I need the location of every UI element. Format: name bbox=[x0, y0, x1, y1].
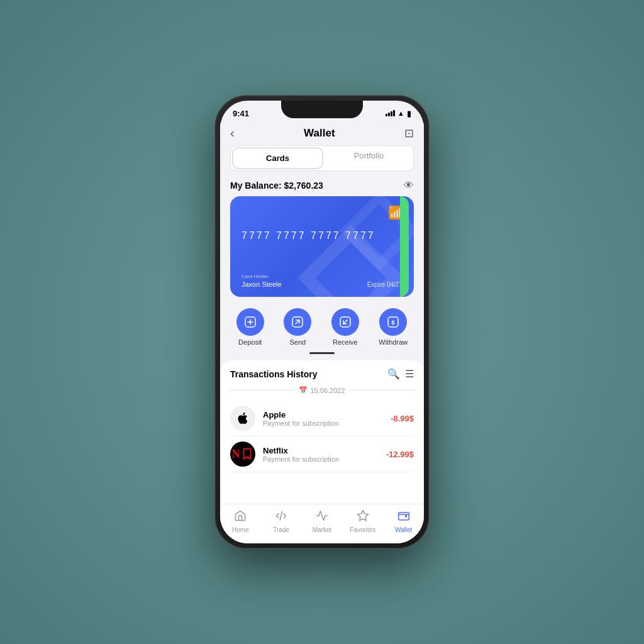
balance-row: My Balance: $2,760.23 👁 bbox=[220, 177, 424, 196]
transaction-info: Netflix Payment for subscription bbox=[263, 446, 379, 463]
date-line-left bbox=[230, 390, 294, 391]
trade-icon bbox=[275, 509, 287, 525]
status-time: 9:41 bbox=[233, 109, 249, 118]
notch bbox=[281, 101, 363, 118]
date-line-right bbox=[350, 390, 414, 391]
svg-line-6 bbox=[343, 320, 347, 324]
withdraw-label: Withdraw bbox=[379, 338, 408, 346]
nav-home-label: Home bbox=[232, 526, 249, 533]
back-button[interactable]: ‹ bbox=[230, 126, 235, 140]
wallet-icon bbox=[397, 509, 410, 525]
date-label: 📅 15.06.2022 bbox=[299, 386, 345, 394]
deposit-icon bbox=[236, 308, 264, 336]
withdraw-button[interactable]: $ Withdraw bbox=[379, 308, 408, 346]
bottom-nav: Home Trade Market bbox=[220, 504, 424, 543]
send-button[interactable]: Send bbox=[284, 308, 311, 346]
card-holder-label: Card Holder bbox=[242, 274, 282, 279]
transaction-name: Netflix bbox=[263, 446, 379, 455]
date-separator: 📅 15.06.2022 bbox=[230, 386, 414, 394]
send-icon bbox=[284, 308, 311, 336]
receive-label: Receive bbox=[333, 338, 358, 346]
deposit-button[interactable]: Deposit bbox=[236, 308, 264, 346]
receive-button[interactable]: Receive bbox=[331, 308, 359, 346]
tab-portfolio[interactable]: Portfolio bbox=[325, 146, 413, 170]
phone-screen: 9:41 ▲ ▮ ‹ Wallet ⊡ Car bbox=[220, 101, 424, 543]
scan-icon[interactable]: ⊡ bbox=[404, 126, 414, 140]
transaction-info: Apple Payment for subscription bbox=[263, 410, 383, 427]
nav-favorites[interactable]: Favorites bbox=[342, 509, 383, 533]
date-value: 15.06.2022 bbox=[310, 387, 345, 394]
transaction-desc: Payment for subscription bbox=[263, 419, 383, 427]
page-title: Wallet bbox=[304, 127, 335, 140]
card-holder-name: Jaxon Steele bbox=[242, 280, 282, 288]
wifi-icon: ▲ bbox=[397, 109, 404, 117]
nav-wallet-label: Wallet bbox=[395, 526, 412, 533]
withdraw-icon: $ bbox=[379, 308, 407, 336]
nav-home[interactable]: Home bbox=[220, 509, 261, 533]
card-peek bbox=[400, 196, 409, 297]
nav-favorites-label: Favorites bbox=[350, 526, 375, 533]
card-container: 📶 7777 7777 7777 7777 Card Holder Jaxon … bbox=[220, 196, 424, 297]
card-holder-info: Card Holder Jaxon Steele bbox=[242, 274, 282, 288]
home-icon bbox=[234, 509, 247, 525]
card-expire: Expire 04/27 bbox=[367, 281, 402, 288]
svg-rect-10 bbox=[398, 513, 409, 520]
credit-card[interactable]: 📶 7777 7777 7777 7777 Card Holder Jaxon … bbox=[230, 196, 414, 297]
app-header: ‹ Wallet ⊡ bbox=[220, 123, 424, 145]
search-icon[interactable]: 🔍 bbox=[387, 368, 400, 380]
tab-cards[interactable]: Cards bbox=[232, 147, 323, 169]
nav-market-label: Market bbox=[313, 526, 332, 533]
market-icon bbox=[316, 509, 328, 525]
phone-frame: 9:41 ▲ ▮ ‹ Wallet ⊡ Car bbox=[215, 96, 429, 548]
receive-icon bbox=[331, 308, 359, 336]
calendar-icon: 📅 bbox=[299, 386, 308, 394]
favorites-icon bbox=[357, 509, 369, 525]
nav-trade[interactable]: Trade bbox=[261, 509, 302, 533]
transaction-name: Apple bbox=[263, 410, 383, 419]
filter-icon[interactable]: ☰ bbox=[405, 368, 414, 380]
send-label: Send bbox=[289, 338, 306, 346]
balance-amount: My Balance: $2,760.23 bbox=[230, 180, 323, 191]
battery-icon: ▮ bbox=[407, 109, 411, 118]
status-icons: ▲ ▮ bbox=[386, 109, 411, 118]
nav-trade-label: Trade bbox=[273, 526, 289, 533]
transaction-item[interactable]: Apple Payment for subscription -8.99$ bbox=[230, 401, 414, 436]
svg-line-4 bbox=[296, 320, 299, 324]
transactions-title: Transactions History bbox=[230, 369, 318, 379]
transaction-desc: Payment for subscription bbox=[263, 455, 379, 463]
action-buttons: Deposit Send bbox=[220, 306, 424, 352]
signal-icon bbox=[386, 110, 395, 116]
apple-logo bbox=[230, 406, 255, 431]
svg-text:$: $ bbox=[392, 319, 395, 326]
screen-content: ‹ Wallet ⊡ Cards Portfolio My Balance: $… bbox=[220, 123, 424, 543]
nav-market[interactable]: Market bbox=[302, 509, 343, 533]
tab-bar: Cards Portfolio bbox=[230, 145, 414, 171]
transactions-actions: 🔍 ☰ bbox=[387, 368, 414, 380]
transactions-panel: Transactions History 🔍 ☰ 📅 15.06.2022 bbox=[220, 360, 424, 504]
scroll-indicator bbox=[309, 352, 335, 354]
transaction-amount: -12.99$ bbox=[386, 450, 414, 459]
card-footer: Card Holder Jaxon Steele Expire 04/27 bbox=[242, 274, 402, 288]
nav-wallet[interactable]: Wallet bbox=[383, 509, 424, 533]
netflix-logo: N bbox=[230, 441, 255, 467]
netflix-logo-text: N bbox=[232, 448, 240, 461]
transaction-item[interactable]: N Netflix Payment for subscription -12.9… bbox=[230, 436, 414, 472]
eye-icon[interactable]: 👁 bbox=[404, 180, 414, 191]
transactions-header: Transactions History 🔍 ☰ bbox=[230, 368, 414, 380]
svg-marker-9 bbox=[357, 511, 368, 521]
deposit-label: Deposit bbox=[238, 338, 262, 346]
transaction-amount: -8.99$ bbox=[391, 414, 414, 423]
